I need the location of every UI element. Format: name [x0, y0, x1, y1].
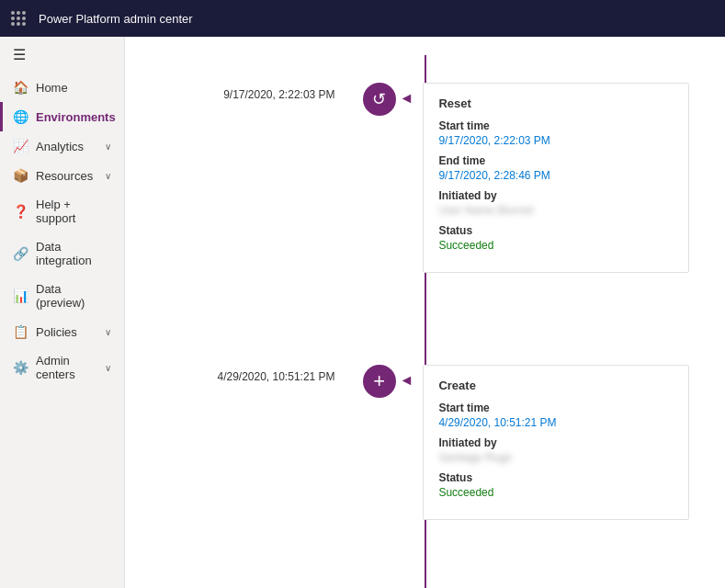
sidebar-admin-centers-label: Admin centers	[36, 354, 97, 381]
topbar: Power Platform admin center	[0, 0, 725, 37]
sidebar-data-preview-label: Data (preview)	[36, 282, 111, 310]
analytics-icon: 📈	[13, 139, 28, 153]
create-start-time-field: Start time 4/29/2020, 10:51:21 PM	[438, 401, 674, 429]
app-title: Power Platform admin center	[39, 12, 193, 26]
create-icon-wrapper: +	[363, 365, 396, 398]
create-datetime: 4/29/2020, 10:51:21 PM	[161, 365, 363, 383]
timeline-spacer-1	[125, 291, 725, 346]
sidebar-environments-label: Environments	[36, 110, 116, 124]
create-card-title: Create	[438, 379, 674, 392]
data-integration-icon: 🔗	[13, 246, 28, 261]
timeline: 9/17/2020, 2:22:03 PM ↺ ◄ Reset Start ti…	[125, 55, 725, 588]
reset-status-value: Succeeded	[438, 239, 674, 252]
sidebar-item-admin-centers[interactable]: ⚙️ Admin centers ∨	[0, 346, 124, 389]
data-preview-icon: 📊	[13, 288, 28, 303]
environments-icon: 🌐	[13, 109, 28, 124]
sidebar-item-environments[interactable]: 🌐 Environments	[0, 102, 124, 131]
sidebar-item-analytics[interactable]: 📈 Analytics ∨	[0, 131, 124, 161]
sidebar-item-resources[interactable]: 📦 Resources ∨	[0, 161, 124, 190]
create-status-value: Succeeded	[438, 486, 674, 499]
home-icon: 🏠	[13, 80, 28, 95]
reset-arrow-icon: ◄	[400, 83, 414, 107]
create-start-time-value: 4/29/2020, 10:51:21 PM	[438, 416, 674, 429]
create-initiated-by-field: Initiated by Santiago Ruge	[438, 436, 674, 464]
reset-initiated-by-value: User Name Blurred	[438, 204, 674, 217]
policies-icon: 📋	[13, 324, 28, 339]
reset-icon-wrapper: ↺	[363, 83, 396, 116]
app-launcher-icon[interactable]	[11, 11, 26, 26]
create-icon: +	[363, 365, 396, 398]
reset-end-time-field: End time 9/17/2020, 2:28:46 PM	[438, 154, 674, 182]
sidebar-analytics-label: Analytics	[36, 140, 84, 153]
admin-centers-chevron-icon: ∨	[105, 363, 111, 373]
sidebar: ☰ 🏠 Home 🌐 Environments 📈 Analytics ∨ 📦 …	[0, 37, 125, 588]
reset-start-time-field: Start time 9/17/2020, 2:22:03 PM	[438, 119, 674, 147]
main-content: 9/17/2020, 2:22:03 PM ↺ ◄ Reset Start ti…	[125, 37, 725, 588]
sidebar-resources-label: Resources	[36, 169, 93, 183]
admin-centers-icon: ⚙️	[13, 360, 28, 375]
reset-end-time-value: 9/17/2020, 2:28:46 PM	[438, 169, 674, 182]
reset-datetime: 9/17/2020, 2:22:03 PM	[161, 83, 363, 101]
reset-status-field: Status Succeeded	[438, 224, 674, 252]
sidebar-data-integration-label: Data integration	[36, 240, 111, 267]
reset-card: Reset Start time 9/17/2020, 2:22:03 PM E…	[423, 83, 689, 273]
reset-initiated-by-field: Initiated by User Name Blurred	[438, 189, 674, 217]
create-initiated-by-value: Santiago Ruge	[438, 451, 674, 464]
create-arrow-icon: ◄	[400, 365, 414, 389]
sidebar-help-label: Help + support	[36, 198, 111, 225]
resources-icon: 📦	[13, 168, 28, 183]
reset-card-title: Reset	[438, 96, 674, 110]
sidebar-item-policies[interactable]: 📋 Policies ∨	[0, 317, 124, 346]
hamburger-menu-button[interactable]: ☰	[0, 37, 124, 73]
timeline-spacer-2	[125, 538, 725, 588]
help-icon: ❓	[13, 204, 28, 219]
analytics-chevron-icon: ∨	[105, 141, 111, 152]
timeline-event-create: 4/29/2020, 10:51:21 PM + ◄ Create Start …	[125, 346, 725, 538]
reset-icon: ↺	[363, 83, 396, 116]
sidebar-item-data-preview[interactable]: 📊 Data (preview)	[0, 275, 124, 317]
resources-chevron-icon: ∨	[105, 171, 111, 181]
create-card: Create Start time 4/29/2020, 10:51:21 PM…	[423, 365, 689, 520]
reset-start-time-value: 9/17/2020, 2:22:03 PM	[438, 134, 674, 147]
sidebar-item-help-support[interactable]: ❓ Help + support	[0, 190, 124, 232]
sidebar-home-label: Home	[36, 81, 68, 95]
create-status-field: Status Succeeded	[438, 471, 674, 499]
sidebar-item-home[interactable]: 🏠 Home	[0, 73, 124, 102]
sidebar-item-data-integration[interactable]: 🔗 Data integration	[0, 232, 124, 275]
policies-chevron-icon: ∨	[105, 327, 111, 337]
sidebar-policies-label: Policies	[36, 325, 77, 339]
timeline-event-reset: 9/17/2020, 2:22:03 PM ↺ ◄ Reset Start ti…	[125, 55, 725, 291]
